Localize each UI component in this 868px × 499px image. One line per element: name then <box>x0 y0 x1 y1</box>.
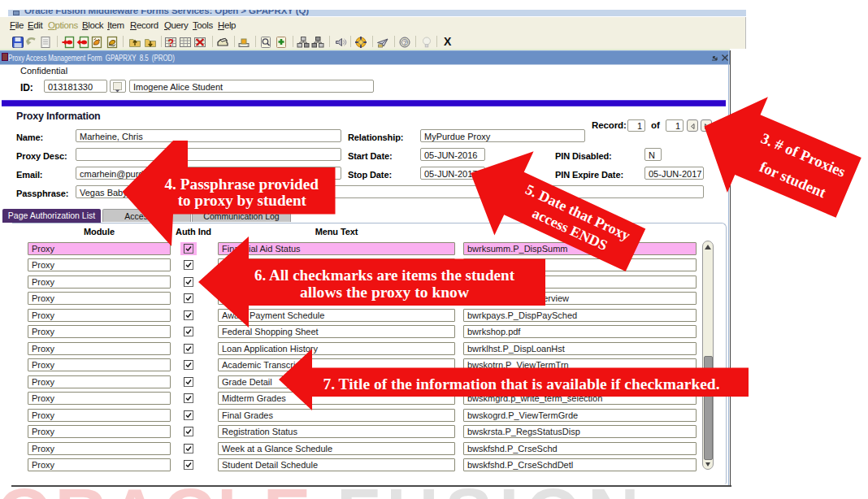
svg-text:?: ? <box>168 37 174 49</box>
svg-text:for student: for student <box>757 158 829 202</box>
svg-text:3. # of Proxies: 3. # of Proxies <box>759 130 848 180</box>
svg-text:?: ? <box>403 39 407 46</box>
